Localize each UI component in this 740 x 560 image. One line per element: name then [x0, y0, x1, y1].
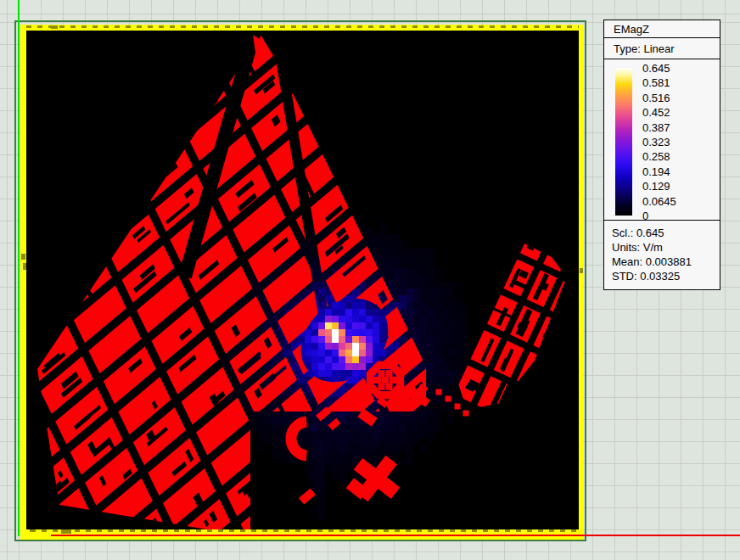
colorbar-tick-label: 0.129: [642, 180, 670, 193]
legend-colorbar-box: 0.6450.5810.5160.4520.3870.3230.2580.194…: [603, 59, 720, 221]
legend-type-label: Type: Linear: [614, 42, 675, 55]
terrain-edge-mark: [23, 263, 26, 270]
workspace-canvas[interactable]: EMagZ Type: Linear 0.6450.5810.5160.4520…: [0, 0, 740, 560]
terrain-edge-dashes: [26, 25, 579, 28]
colorbar-tick-label: 0.258: [642, 150, 670, 163]
terrain-edge-mark: [21, 254, 25, 260]
colorbar-tick-label: 0.0645: [642, 195, 676, 208]
simulation-view[interactable]: [26, 31, 579, 529]
colorbar-gradient: [615, 68, 632, 216]
terrain-edge-mark: [580, 268, 583, 273]
colorbar-tick-label: 0.194: [642, 165, 670, 178]
colorbar-tick-label: 0.387: [642, 121, 670, 134]
legend-title-box: EMagZ: [603, 20, 720, 38]
colorbar-tick-label: 0.452: [642, 106, 670, 119]
legend-stat-line: STD: 0.03325: [612, 269, 680, 283]
terrain-edge-mark: [61, 529, 71, 534]
terrain-edge-dashes: [26, 529, 579, 532]
legend-stats-box: Scl.: 0.645Units: V/mMean: 0.003881STD: …: [603, 220, 720, 290]
y-axis-line: [18, 0, 20, 536]
terrain-edge-mark: [51, 25, 58, 29]
legend-stat-line: Scl.: 0.645: [612, 226, 664, 240]
legend-title: EMagZ: [614, 23, 649, 36]
legend-type-box: Type: Linear: [603, 37, 720, 59]
x-axis-line: [51, 535, 740, 536]
colorbar-tick-label: 0.323: [642, 136, 670, 148]
colorbar-tick-label: 0.581: [642, 76, 670, 89]
app-window: { "window": { "width": 872, "height": 66…: [0, 0, 740, 560]
legend-panel[interactable]: EMagZ Type: Linear 0.6450.5810.5160.4520…: [603, 20, 720, 290]
legend-stat-line: Mean: 0.003881: [612, 255, 692, 269]
legend-stat-line: Units: V/m: [612, 240, 663, 255]
colorbar-tick-label: 0.516: [642, 92, 670, 104]
colorbar-tick-label: 0.645: [642, 62, 670, 75]
